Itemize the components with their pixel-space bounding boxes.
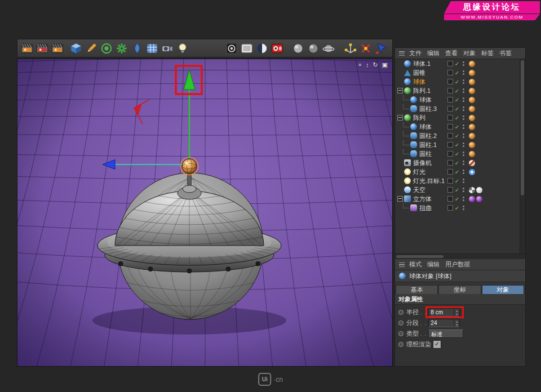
material-tag-icon[interactable]: [469, 88, 475, 94]
material-purple-tag-icon[interactable]: [476, 196, 482, 202]
hscroll-thumb[interactable]: [396, 255, 444, 258]
material-purple-tag-icon[interactable]: [469, 196, 475, 202]
generator-icon[interactable]: [114, 41, 129, 56]
attr-menu-item-2[interactable]: 用户数据: [442, 260, 473, 269]
visibility-dots[interactable]: [461, 206, 465, 210]
layer-box[interactable]: [447, 88, 453, 93]
anim-dot-icon[interactable]: [398, 331, 403, 336]
material-tag-icon[interactable]: [469, 142, 475, 148]
camera-tool-icon[interactable]: [159, 41, 175, 56]
enable-check-icon[interactable]: ✓: [453, 142, 461, 148]
object-row[interactable]: 圆柱✓: [395, 149, 525, 158]
object-row[interactable]: 球体✓: [395, 77, 525, 86]
enable-check-icon[interactable]: ✓: [453, 169, 461, 175]
layer-box[interactable]: [447, 151, 453, 157]
layer-box[interactable]: [447, 160, 453, 166]
nurbs-tool-icon[interactable]: [99, 41, 114, 56]
type-dropdown[interactable]: 标准: [428, 329, 463, 338]
object-row[interactable]: 球体.1✓: [395, 59, 525, 68]
enable-check-icon[interactable]: ✓: [453, 61, 461, 67]
stepper-arrows[interactable]: ▴▾: [454, 319, 459, 327]
visibility-dots[interactable]: [461, 97, 465, 102]
tab-2[interactable]: 对象: [482, 285, 524, 294]
layer-box[interactable]: [447, 61, 453, 66]
visibility-dots[interactable]: [461, 152, 465, 156]
render-settings-icon[interactable]: [254, 41, 269, 56]
object-manager-vscrollbar[interactable]: [520, 59, 525, 253]
enable-check-icon[interactable]: ✓: [453, 88, 461, 94]
light-tool-icon[interactable]: [175, 41, 190, 56]
tab-1[interactable]: 坐标: [438, 285, 481, 294]
object-row[interactable]: 球体✓: [395, 122, 525, 131]
wireframe-shading-icon[interactable]: [321, 41, 336, 56]
om-menu-item-5[interactable]: 书签: [496, 49, 515, 57]
om-menu-item-3[interactable]: 对象: [460, 49, 478, 57]
material-tag-icon[interactable]: [469, 97, 475, 103]
enable-check-icon[interactable]: ✓: [453, 205, 461, 211]
enable-check-icon[interactable]: ✓: [453, 178, 461, 184]
enable-check-icon[interactable]: ✓: [453, 124, 461, 130]
enable-check-icon[interactable]: ✓: [453, 79, 461, 85]
visibility-dots[interactable]: [461, 124, 465, 129]
texture-tag-icon[interactable]: [469, 187, 475, 193]
enable-check-icon[interactable]: ✓: [453, 160, 461, 166]
checkbox[interactable]: ✓: [433, 340, 441, 349]
tab-0[interactable]: 基本: [396, 285, 438, 294]
expand-toggle[interactable]: [397, 88, 403, 93]
object-row[interactable]: 灯光✓: [395, 167, 525, 176]
material-tag-icon[interactable]: [469, 79, 475, 85]
gouraud-shading-icon[interactable]: [290, 41, 305, 56]
object-row[interactable]: 圆柱.3✓: [395, 104, 525, 113]
render-region-icon[interactable]: [239, 41, 254, 56]
visibility-dots[interactable]: [461, 88, 465, 93]
layer-box[interactable]: [447, 115, 453, 121]
layer-box[interactable]: [447, 70, 453, 75]
enable-check-icon[interactable]: ✓: [453, 115, 461, 121]
enable-check-icon[interactable]: ✓: [453, 151, 461, 157]
cube-primitive-icon[interactable]: [68, 41, 83, 56]
object-row[interactable]: 阵列.1✓: [395, 86, 525, 95]
visibility-dots[interactable]: [461, 161, 465, 165]
viewport-canvas[interactable]: [17, 59, 392, 366]
object-row[interactable]: 阵列✓: [395, 113, 525, 122]
object-row[interactable]: 球体✓: [395, 95, 525, 104]
expand-toggle[interactable]: [397, 115, 403, 121]
material-tag-icon[interactable]: [469, 115, 475, 121]
enable-check-icon[interactable]: ✓: [453, 133, 461, 139]
attr-menu-item-1[interactable]: 编辑: [424, 260, 442, 269]
layer-box[interactable]: [447, 97, 453, 103]
attr-menu-item-0[interactable]: 模式: [406, 260, 424, 269]
material-tag-icon[interactable]: [469, 133, 475, 139]
layer-box[interactable]: [447, 133, 453, 139]
layer-box[interactable]: [447, 205, 453, 211]
layer-box[interactable]: [447, 187, 453, 193]
visibility-dots[interactable]: [461, 79, 465, 84]
material-tag-icon[interactable]: [469, 151, 475, 157]
om-menu-item-2[interactable]: 查看: [442, 49, 460, 57]
object-row[interactable]: 天空✓: [395, 185, 525, 194]
layer-box[interactable]: [447, 79, 453, 84]
object-row[interactable]: 圆锥✓: [395, 68, 525, 77]
animation-clip-icon[interactable]: [34, 41, 50, 56]
menu-grid-icon[interactable]: [399, 51, 405, 56]
visibility-dots[interactable]: [461, 142, 465, 147]
object-manager-hscrollbar[interactable]: [395, 253, 525, 259]
pen-spline-icon[interactable]: [83, 41, 99, 56]
enable-check-icon[interactable]: ✓: [453, 70, 461, 76]
om-menu-item-4[interactable]: 标签: [478, 49, 496, 57]
stepper-arrows[interactable]: ▴▾: [454, 309, 459, 316]
material-tag-icon[interactable]: [469, 70, 475, 76]
layer-box[interactable]: [447, 106, 453, 112]
layer-box[interactable]: [447, 169, 453, 175]
deformer-icon[interactable]: [129, 41, 144, 56]
vscroll-thumb[interactable]: [521, 60, 524, 195]
object-row[interactable]: 圆柱.2✓: [395, 131, 525, 140]
menu-grid-icon[interactable]: [399, 262, 405, 267]
visibility-dots[interactable]: [461, 61, 465, 66]
layer-box[interactable]: [447, 178, 453, 184]
value-input[interactable]: 24▴▾: [428, 319, 460, 327]
object-row[interactable]: 扭曲✓: [395, 203, 525, 212]
object-row[interactable]: 圆柱.1✓: [395, 140, 525, 149]
render-queue-icon[interactable]: [269, 41, 285, 56]
visibility-dots[interactable]: [461, 188, 465, 192]
